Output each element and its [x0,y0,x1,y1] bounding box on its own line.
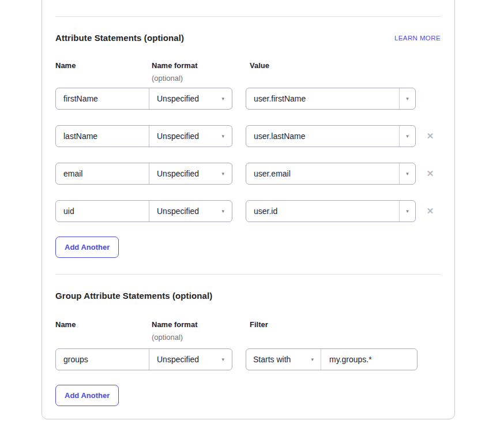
attribute-value-combobox: ▾ [246,200,416,222]
attribute-rows: Unspecified ▾ ▾ Unspecified [55,88,441,222]
name-format-optional-note: (optional) [149,74,183,82]
attribute-name-field-wrap [56,201,149,222]
group-attribute-rows: Unspecified ▾ Starts with ▾ [55,348,441,370]
name-and-format-group: Unspecified ▾ [55,163,232,185]
column-header-value: Value [246,61,269,70]
name-format-value: Unspecified [157,169,199,178]
chevron-down-icon: ▾ [406,134,409,139]
attribute-value-input[interactable] [246,201,399,222]
attribute-value-combobox: ▾ [246,88,416,110]
group-name-field-wrap [56,349,149,370]
remove-row-button[interactable]: ✕ [426,207,435,216]
group-attribute-row: Unspecified ▾ Starts with ▾ [55,348,441,370]
filter-type-value: Starts with [253,355,291,364]
chevron-down-icon: ▾ [221,96,224,102]
add-attribute-button[interactable]: Add Another [55,237,119,258]
name-and-format-group: Unspecified ▾ [55,125,232,147]
name-format-value: Unspecified [157,132,199,141]
name-and-format-group: Unspecified ▾ [55,200,232,222]
attribute-name-input[interactable] [56,163,149,184]
column-header-name-format: Name format [149,61,232,70]
attribute-value-input[interactable] [246,163,399,184]
value-dropdown-button[interactable]: ▾ [399,88,415,109]
attribute-value-combobox: ▾ [246,125,416,147]
card-top-spacer [55,0,441,16]
attribute-name-input[interactable] [56,126,149,147]
learn-more-link[interactable]: LEARN MORE [394,35,441,42]
name-and-format-group: Unspecified ▾ [55,348,232,370]
filter-type-select[interactable]: Starts with ▾ [246,349,321,370]
attribute-name-field-wrap [56,163,149,184]
attribute-row: Unspecified ▾ ▾ ✕ [55,163,441,185]
value-dropdown-button[interactable]: ▾ [399,126,415,147]
column-header-name: Name [55,320,149,329]
attribute-value-input[interactable] [246,126,399,147]
name-format-optional-note: (optional) [149,333,183,342]
chevron-down-icon: ▾ [406,96,409,102]
chevron-down-icon: ▾ [311,357,314,362]
attribute-name-field-wrap [56,88,149,109]
chevron-down-icon: ▾ [221,171,224,177]
group-attribute-statements-title: Group Attribute Statements (optional) [55,291,441,301]
attribute-name-input[interactable] [56,201,149,222]
attribute-row: Unspecified ▾ ▾ [55,88,441,110]
remove-row-button[interactable]: ✕ [426,132,435,141]
name-format-select[interactable]: Unspecified ▾ [149,349,232,370]
group-name-input[interactable] [56,349,149,370]
attribute-row: Unspecified ▾ ▾ ✕ [55,125,441,147]
value-dropdown-button[interactable]: ▾ [399,201,415,222]
attribute-name-input[interactable] [56,88,149,109]
remove-row-button[interactable]: ✕ [426,169,435,178]
chevron-down-icon: ▾ [221,209,224,214]
top-divider [55,16,441,17]
add-group-attribute-button[interactable]: Add Another [55,385,119,406]
attribute-column-headers: Name Name format Value [55,61,441,70]
chevron-down-icon: ▾ [406,209,409,214]
name-format-select[interactable]: Unspecified ▾ [149,201,232,222]
column-header-name-format: Name format [149,320,232,329]
name-format-value: Unspecified [157,207,199,216]
group-filter-group: Starts with ▾ [246,348,418,370]
name-format-select[interactable]: Unspecified ▾ [149,126,232,147]
chevron-down-icon: ▾ [406,171,409,177]
name-format-select[interactable]: Unspecified ▾ [149,88,232,109]
chevron-down-icon: ▾ [221,357,224,362]
name-and-format-group: Unspecified ▾ [55,88,232,110]
attribute-row: Unspecified ▾ ▾ ✕ [55,200,441,222]
saml-settings-card: Attribute Statements (optional) LEARN MO… [42,0,455,419]
attribute-name-field-wrap [56,126,149,147]
column-header-filter: Filter [246,320,268,329]
section-divider [55,274,441,275]
attribute-value-combobox: ▾ [246,163,416,185]
name-format-select[interactable]: Unspecified ▾ [149,163,232,184]
attribute-value-input[interactable] [246,88,399,109]
name-format-value: Unspecified [157,355,199,364]
filter-value-input[interactable] [321,349,417,370]
value-dropdown-button[interactable]: ▾ [399,163,415,184]
group-column-headers: Name Name format Filter [55,320,441,329]
name-format-value: Unspecified [157,94,199,103]
attribute-statements-title: Attribute Statements (optional) [55,33,184,43]
chevron-down-icon: ▾ [221,134,224,139]
column-header-name: Name [55,61,149,70]
